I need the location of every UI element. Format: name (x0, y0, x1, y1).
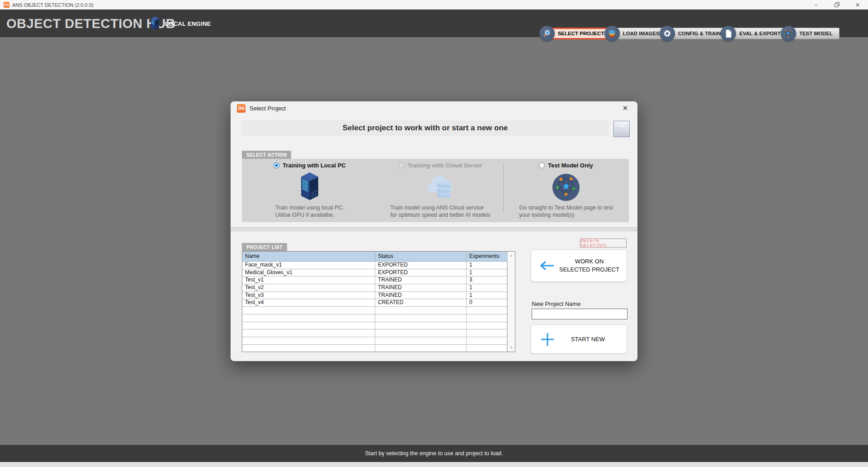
work-on-selected-label: WORK ON SELECTED PROJECT (555, 257, 627, 274)
section-divider (231, 227, 637, 231)
cell-name: Test_v4 (242, 299, 375, 306)
select-action-group: Training with Local PC Train m (242, 159, 629, 222)
table-row[interactable]: Test_v3TRAINED1 (242, 292, 507, 300)
engine-label: LOCAL ENGINE (165, 20, 211, 27)
network-icon (781, 26, 796, 41)
cell-experiments: 1 (467, 269, 507, 276)
window-title: ANS OBJECT DETECTION (2.0.0.0) (12, 2, 94, 8)
new-project-name-label: New Project Name (532, 300, 580, 307)
dialog-app-icon: Od (237, 104, 245, 113)
gear-icon (660, 26, 675, 41)
cell-name: Test_v3 (242, 292, 375, 299)
column-header-status[interactable]: Status (375, 252, 467, 261)
table-row[interactable]: Test_v1TRAINED3 (242, 276, 507, 284)
cell-status: TRAINED (375, 276, 467, 284)
status-bar: Start by selecting the engine to use and… (0, 445, 868, 462)
cell-status: TRAINED (375, 284, 467, 291)
bottom-strip (0, 462, 868, 467)
nav-tab-eval-export[interactable]: EVAL & EXPORT (721, 26, 788, 41)
app-icon: Od (4, 2, 9, 8)
close-window-button[interactable]: ✕ (847, 0, 868, 10)
table-row-empty[interactable] (242, 322, 507, 330)
dialog-title: Select Project (250, 105, 286, 112)
new-project-name-input[interactable] (532, 309, 627, 319)
cell-status: CREATED (375, 299, 467, 306)
project-table: Name Status Experiments Face_mask_v1EXPO… (242, 251, 515, 352)
restore-icon (835, 2, 840, 7)
scroll-down-icon[interactable]: ▼ (508, 346, 515, 350)
start-new-button[interactable]: START NEW (531, 324, 627, 354)
window-controls: – ✕ (806, 0, 868, 10)
table-row-empty[interactable] (242, 329, 507, 337)
cell-name (242, 307, 375, 314)
option-description: Train model using local PC. Utilise GPU … (275, 204, 344, 219)
radio-test-model-only[interactable]: Test Model Only (539, 162, 593, 169)
restore-button[interactable] (826, 0, 847, 10)
column-header-experiments[interactable]: Experiments (467, 252, 507, 261)
dialog-heading-bar: Select project to work with or start a n… (242, 120, 609, 136)
nav-tab-load-images[interactable]: LOAD IMAGES (604, 26, 666, 41)
cell-experiments (467, 329, 507, 337)
table-scrollbar[interactable]: ▲ ▼ (507, 252, 515, 352)
dialog-close-button[interactable]: ✕ (619, 102, 631, 114)
cell-status (375, 322, 467, 329)
nav-tabs: SELECT PROJECT LOAD IMAGES CONFIG & TR (539, 26, 840, 41)
column-header-name[interactable]: Name (242, 252, 375, 261)
option-cloud-server: Training with Cloud Server Train mo (377, 159, 503, 222)
left-arrow-icon (538, 260, 555, 271)
cell-experiments (467, 345, 507, 352)
dialog-heading: Select project to work with or start a n… (343, 124, 508, 133)
magnifier-icon (539, 26, 555, 41)
plus-icon (540, 332, 555, 347)
cell-name: Face_mask_v1 (242, 262, 375, 269)
radio-cloud-server[interactable]: Training with Cloud Server (399, 162, 482, 169)
select-action-group-label: SELECT ACTION (242, 151, 291, 159)
status-message: Start by selecting the engine to use and… (365, 450, 503, 457)
cell-experiments: 1 (467, 292, 507, 299)
radio-unselected-icon (539, 162, 545, 168)
cell-experiments: 3 (467, 276, 507, 284)
table-row-empty[interactable] (242, 337, 507, 345)
cell-status: TRAINED (375, 292, 467, 299)
cell-experiments: 1 (467, 262, 507, 269)
cell-experiments: 0 (467, 299, 507, 306)
select-project-dialog: Od Select Project ✕ Select project to wo… (231, 101, 637, 361)
os-title-bar: Od ANS OBJECT DETECTION (2.0.0.0) – ✕ (0, 0, 868, 10)
cloud-servers-icon (424, 172, 457, 203)
network-graph-icon (552, 172, 580, 203)
radio-selected-icon (274, 162, 279, 168)
cell-experiments (467, 337, 507, 344)
project-table-body: Face_mask_v1EXPORTED1Medical_Gloves_v1EX… (242, 262, 507, 352)
cell-name (242, 337, 375, 344)
option-local-pc: Training with Local PC Train m (242, 159, 377, 222)
table-row[interactable]: Face_mask_v1EXPORTED1 (242, 262, 507, 269)
table-row[interactable]: Test_v4CREATED0 (242, 299, 507, 307)
start-new-label: START NEW (555, 336, 627, 343)
cell-name (242, 322, 375, 329)
cell-name (242, 345, 375, 352)
minimize-button[interactable]: – (806, 0, 826, 10)
radio-local-pc[interactable]: Training with Local PC (274, 162, 345, 169)
table-row-empty[interactable] (242, 345, 507, 352)
nav-tab-select-project[interactable]: SELECT PROJECT (539, 26, 611, 41)
help-button[interactable]: ? (613, 121, 630, 137)
delete-selected-button[interactable]: DELETE SELECTED (580, 238, 627, 248)
dialog-title-bar: Od Select Project ✕ (231, 101, 637, 115)
cell-status (375, 315, 467, 322)
scroll-up-icon[interactable]: ▲ (508, 253, 515, 257)
radio-disabled-icon (399, 162, 405, 168)
cell-status (375, 337, 467, 344)
nav-tab-test-model[interactable]: TEST MODEL (781, 26, 840, 41)
work-on-selected-project-button[interactable]: WORK ON SELECTED PROJECT (531, 249, 627, 282)
nav-tab-config-train[interactable]: CONFIG & TRAIN (660, 26, 728, 41)
table-row[interactable]: Medical_Gloves_v1EXPORTED1 (242, 269, 507, 277)
cell-status: EXPORTED (375, 269, 467, 276)
table-row[interactable]: Test_v2TRAINED1 (242, 284, 507, 292)
project-list-group-label: PROJECT LIST (242, 243, 287, 251)
option-test-model-only: Test Model Only (503, 159, 629, 222)
table-row-empty[interactable] (242, 315, 507, 322)
option-description: Go straight to Test Model page to test y… (519, 204, 613, 219)
cell-name (242, 315, 375, 322)
cell-experiments: 1 (467, 284, 507, 291)
table-row-empty[interactable] (242, 307, 507, 315)
